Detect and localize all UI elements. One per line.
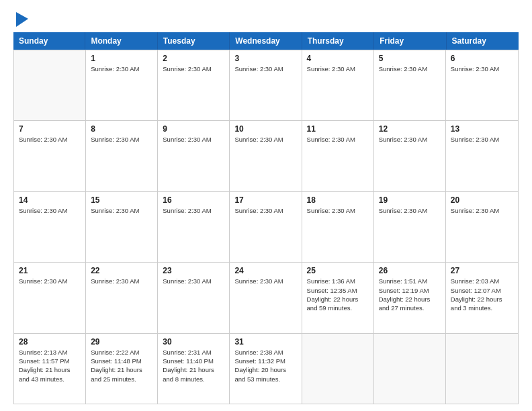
calendar-cell: 2Sunrise: 2:30 AM [158,50,230,120]
calendar-cell: 31Sunrise: 2:38 AMSunset: 11:32 PMDaylig… [230,334,302,404]
day-number: 18 [307,195,369,205]
calendar-cell: 26Sunrise: 1:51 AMSunset: 12:19 AMDaylig… [374,263,446,332]
weekday-header: Thursday [302,32,374,50]
day-number: 9 [163,124,224,134]
calendar-row: 7Sunrise: 2:30 AM8Sunrise: 2:30 AM9Sunri… [14,120,518,191]
day-number: 3 [234,54,296,63]
day-number: 26 [379,266,441,275]
calendar-header: SundayMondayTuesdayWednesdayThursdayFrid… [13,32,519,50]
svg-marker-0 [16,12,28,27]
day-info: Sunrise: 2:30 AM [451,135,513,144]
day-info: Sunrise: 2:30 AM [307,206,369,215]
day-info: Sunrise: 2:30 AM [451,206,513,215]
day-info: Sunrise: 2:30 AM [234,206,296,215]
day-info: Sunrise: 2:30 AM [91,206,152,215]
calendar-cell: 21Sunrise: 2:30 AM [14,263,86,332]
day-info: Sunrise: 2:30 AM [307,64,369,73]
day-info: Sunrise: 2:30 AM [451,64,513,73]
calendar-cell: 30Sunrise: 2:31 AMSunset: 11:40 PMDaylig… [158,334,230,404]
day-number: 30 [163,337,224,347]
weekday-header: Wednesday [230,32,302,50]
calendar-cell [374,334,446,404]
header [13,12,519,27]
day-info: Sunrise: 2:38 AMSunset: 11:32 PMDaylight… [234,348,296,383]
day-number: 7 [19,124,81,134]
calendar-cell: 10Sunrise: 2:30 AM [230,121,302,191]
calendar-body: 1Sunrise: 2:30 AM2Sunrise: 2:30 AM3Sunri… [13,50,519,404]
day-number: 1 [91,54,152,63]
day-info: Sunrise: 2:30 AM [379,64,441,73]
day-info: Sunrise: 2:30 AM [379,135,441,144]
day-number: 29 [91,337,152,347]
weekday-header: Tuesday [158,32,230,50]
calendar-cell: 12Sunrise: 2:30 AM [374,121,446,191]
day-info: Sunrise: 2:30 AM [19,206,81,215]
day-info: Sunrise: 2:30 AM [163,64,224,73]
day-info: Sunrise: 2:30 AM [91,64,152,73]
calendar-cell: 3Sunrise: 2:30 AM [230,50,302,120]
day-number: 11 [307,124,369,134]
calendar-cell: 8Sunrise: 2:30 AM [86,121,158,191]
day-info: Sunrise: 2:03 AMSunset: 12:07 AMDaylight… [451,277,513,312]
calendar-row: 28Sunrise: 2:13 AMSunset: 11:57 PMDaylig… [14,333,518,404]
calendar-cell [302,334,374,404]
calendar-cell [446,334,518,404]
logo [13,12,28,27]
day-info: Sunrise: 2:30 AM [163,206,224,215]
weekday-header: Friday [374,32,446,50]
day-info: Sunrise: 2:30 AM [307,135,369,144]
day-number: 4 [307,54,369,63]
day-info: Sunrise: 1:36 AMSunset: 12:35 AMDaylight… [307,277,369,312]
day-number: 15 [91,195,152,205]
day-number: 14 [19,195,81,205]
weekday-header: Sunday [13,32,85,50]
day-number: 17 [234,195,296,205]
calendar-cell: 13Sunrise: 2:30 AM [446,121,518,191]
calendar-row: 21Sunrise: 2:30 AM22Sunrise: 2:30 AM23Su… [14,262,518,332]
calendar-cell: 24Sunrise: 2:30 AM [230,263,302,332]
calendar-cell: 27Sunrise: 2:03 AMSunset: 12:07 AMDaylig… [446,263,518,332]
day-info: Sunrise: 2:22 AMSunset: 11:48 PMDaylight… [91,348,152,383]
day-number: 23 [163,266,224,275]
day-info: Sunrise: 2:30 AM [19,277,81,285]
calendar-cell: 7Sunrise: 2:30 AM [14,121,86,191]
day-info: Sunrise: 1:51 AMSunset: 12:19 AMDaylight… [379,277,441,312]
calendar-cell: 14Sunrise: 2:30 AM [14,192,86,262]
day-info: Sunrise: 2:30 AM [91,135,152,144]
calendar-cell: 15Sunrise: 2:30 AM [86,192,158,262]
day-info: Sunrise: 2:31 AMSunset: 11:40 PMDaylight… [163,348,224,383]
calendar-cell: 23Sunrise: 2:30 AM [158,263,230,332]
calendar-cell: 25Sunrise: 1:36 AMSunset: 12:35 AMDaylig… [302,263,374,332]
weekday-header: Monday [85,32,157,50]
day-number: 6 [451,54,513,63]
calendar-row: 14Sunrise: 2:30 AM15Sunrise: 2:30 AM16Su… [14,191,518,262]
calendar-cell: 20Sunrise: 2:30 AM [446,192,518,262]
calendar-cell: 11Sunrise: 2:30 AM [302,121,374,191]
calendar-cell: 4Sunrise: 2:30 AM [302,50,374,120]
day-number: 13 [451,124,513,134]
day-number: 28 [19,337,81,347]
day-info: Sunrise: 2:30 AM [163,135,224,144]
day-number: 19 [379,195,441,205]
day-number: 31 [234,337,296,347]
day-number: 27 [451,266,513,275]
day-number: 12 [379,124,441,134]
calendar-cell: 29Sunrise: 2:22 AMSunset: 11:48 PMDaylig… [86,334,158,404]
calendar-cell: 5Sunrise: 2:30 AM [374,50,446,120]
calendar-cell: 1Sunrise: 2:30 AM [86,50,158,120]
day-number: 10 [234,124,296,134]
day-number: 8 [91,124,152,134]
calendar-cell: 17Sunrise: 2:30 AM [230,192,302,262]
day-info: Sunrise: 2:30 AM [163,277,224,285]
day-info: Sunrise: 2:30 AM [379,206,441,215]
logo-icon [16,12,28,27]
day-info: Sunrise: 2:30 AM [234,277,296,285]
day-info: Sunrise: 2:30 AM [19,135,81,144]
day-number: 16 [163,195,224,205]
day-info: Sunrise: 2:30 AM [234,135,296,144]
day-info: Sunrise: 2:13 AMSunset: 11:57 PMDaylight… [19,348,81,383]
page: SundayMondayTuesdayWednesdayThursdayFrid… [0,0,532,411]
day-number: 20 [451,195,513,205]
calendar-cell: 18Sunrise: 2:30 AM [302,192,374,262]
calendar-cell: 16Sunrise: 2:30 AM [158,192,230,262]
